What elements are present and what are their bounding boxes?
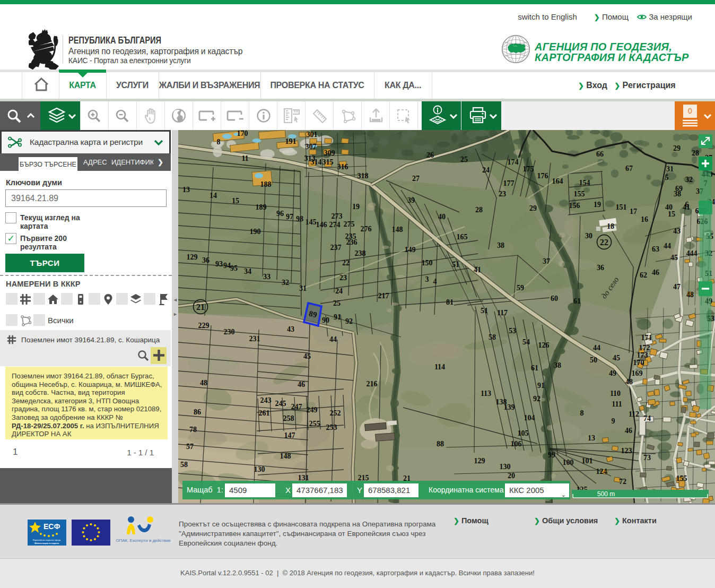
svg-text:36: 36 bbox=[202, 256, 210, 264]
svg-text:130: 130 bbox=[500, 463, 511, 471]
svg-text:177: 177 bbox=[503, 179, 515, 187]
svg-text:112: 112 bbox=[629, 410, 639, 418]
svg-text:38: 38 bbox=[497, 241, 504, 249]
svg-text:316: 316 bbox=[337, 163, 348, 171]
svg-text:32: 32 bbox=[282, 279, 289, 287]
svg-text:41: 41 bbox=[683, 203, 690, 211]
svg-text:165: 165 bbox=[457, 233, 468, 241]
svg-text:41: 41 bbox=[474, 266, 481, 274]
svg-text:20: 20 bbox=[508, 472, 515, 480]
svg-text:15: 15 bbox=[668, 210, 675, 218]
svg-text:23: 23 bbox=[499, 190, 506, 198]
svg-text:145: 145 bbox=[306, 218, 317, 226]
svg-text:252: 252 bbox=[330, 409, 341, 417]
svg-text:276: 276 bbox=[361, 225, 372, 233]
svg-text:61: 61 bbox=[531, 364, 538, 372]
svg-text:40: 40 bbox=[665, 203, 673, 211]
svg-text:44: 44 bbox=[664, 242, 671, 250]
svg-text:24: 24 bbox=[482, 166, 490, 174]
svg-text:66: 66 bbox=[596, 150, 604, 158]
svg-text:72: 72 bbox=[619, 478, 626, 486]
svg-text:59: 59 bbox=[517, 284, 524, 292]
svg-text:11: 11 bbox=[241, 154, 248, 162]
svg-text:9: 9 bbox=[612, 417, 615, 425]
svg-text:48: 48 bbox=[200, 379, 207, 387]
svg-text:51: 51 bbox=[452, 261, 459, 269]
svg-text:33: 33 bbox=[263, 273, 271, 281]
svg-text:91: 91 bbox=[537, 382, 545, 390]
svg-text:16: 16 bbox=[641, 215, 648, 223]
svg-text:146: 146 bbox=[316, 221, 327, 229]
svg-text:25: 25 bbox=[460, 155, 468, 163]
svg-text:261: 261 bbox=[259, 409, 270, 417]
svg-text:129: 129 bbox=[474, 457, 485, 465]
svg-text:274: 274 bbox=[329, 221, 341, 229]
svg-text:190: 190 bbox=[250, 228, 261, 236]
svg-text:78: 78 bbox=[189, 426, 197, 434]
svg-text:43: 43 bbox=[287, 325, 294, 333]
svg-text:92: 92 bbox=[345, 317, 353, 325]
svg-text:46: 46 bbox=[625, 427, 632, 435]
svg-text:88: 88 bbox=[437, 440, 444, 448]
svg-text:50: 50 bbox=[590, 356, 597, 364]
svg-text:275: 275 bbox=[344, 220, 355, 228]
svg-text:173: 173 bbox=[637, 351, 648, 359]
svg-text:309: 309 bbox=[324, 149, 335, 157]
svg-text:39: 39 bbox=[407, 196, 415, 204]
svg-text:126: 126 bbox=[538, 341, 550, 349]
svg-text:130: 130 bbox=[254, 465, 265, 473]
svg-text:29: 29 bbox=[673, 144, 681, 152]
svg-text:124: 124 bbox=[596, 468, 607, 475]
svg-text:104: 104 bbox=[524, 414, 535, 422]
svg-text:46: 46 bbox=[652, 269, 659, 276]
svg-text:53: 53 bbox=[509, 327, 516, 335]
svg-text:14: 14 bbox=[210, 192, 217, 200]
svg-text:273: 273 bbox=[332, 212, 343, 220]
svg-text:249: 249 bbox=[307, 406, 318, 414]
svg-text:69: 69 bbox=[675, 185, 683, 193]
svg-text:99: 99 bbox=[548, 451, 555, 459]
svg-text:74: 74 bbox=[643, 414, 651, 422]
svg-text:51: 51 bbox=[481, 307, 488, 315]
svg-text:171: 171 bbox=[641, 334, 652, 342]
svg-text:243: 243 bbox=[260, 396, 272, 404]
svg-text:31: 31 bbox=[666, 165, 674, 173]
svg-text:86: 86 bbox=[194, 408, 201, 416]
svg-text:117: 117 bbox=[497, 309, 508, 317]
svg-text:189: 189 bbox=[256, 203, 267, 211]
svg-text:98: 98 bbox=[296, 215, 303, 223]
svg-text:25: 25 bbox=[333, 299, 341, 307]
svg-text:315: 315 bbox=[322, 158, 334, 166]
svg-text:Европейски социален фонд: Европейски социален фонд bbox=[33, 539, 61, 541]
svg-text:175: 175 bbox=[523, 165, 534, 173]
svg-text:36: 36 bbox=[597, 264, 604, 272]
svg-text:229: 229 bbox=[198, 322, 210, 330]
svg-text:100: 100 bbox=[563, 459, 574, 466]
svg-text:Инвестиции в хората: Инвестиции в хората bbox=[34, 542, 59, 544]
svg-text:318: 318 bbox=[358, 172, 369, 180]
svg-text:92: 92 bbox=[533, 395, 540, 403]
svg-text:500 m: 500 m bbox=[597, 490, 615, 498]
svg-text:176: 176 bbox=[537, 172, 548, 180]
svg-text:258: 258 bbox=[283, 414, 294, 422]
svg-text:22: 22 bbox=[600, 238, 608, 247]
svg-text:67: 67 bbox=[625, 165, 633, 172]
svg-text:149: 149 bbox=[405, 246, 416, 254]
svg-text:58: 58 bbox=[489, 333, 496, 341]
svg-text:216: 216 bbox=[367, 380, 378, 388]
svg-text:29: 29 bbox=[529, 204, 537, 212]
svg-text:23: 23 bbox=[339, 274, 347, 282]
svg-text:28: 28 bbox=[692, 149, 699, 157]
svg-text:21: 21 bbox=[196, 302, 205, 312]
svg-text:155: 155 bbox=[574, 190, 585, 198]
svg-text:169: 169 bbox=[632, 369, 643, 377]
svg-text:170: 170 bbox=[237, 130, 248, 137]
svg-text:81: 81 bbox=[446, 298, 454, 306]
svg-text:129: 129 bbox=[187, 253, 198, 261]
svg-text:40: 40 bbox=[438, 213, 446, 221]
svg-text:38: 38 bbox=[554, 361, 561, 369]
svg-text:8: 8 bbox=[580, 409, 584, 417]
svg-text:245: 245 bbox=[275, 400, 286, 408]
svg-text:26: 26 bbox=[426, 151, 434, 159]
svg-text:123: 123 bbox=[621, 447, 632, 455]
